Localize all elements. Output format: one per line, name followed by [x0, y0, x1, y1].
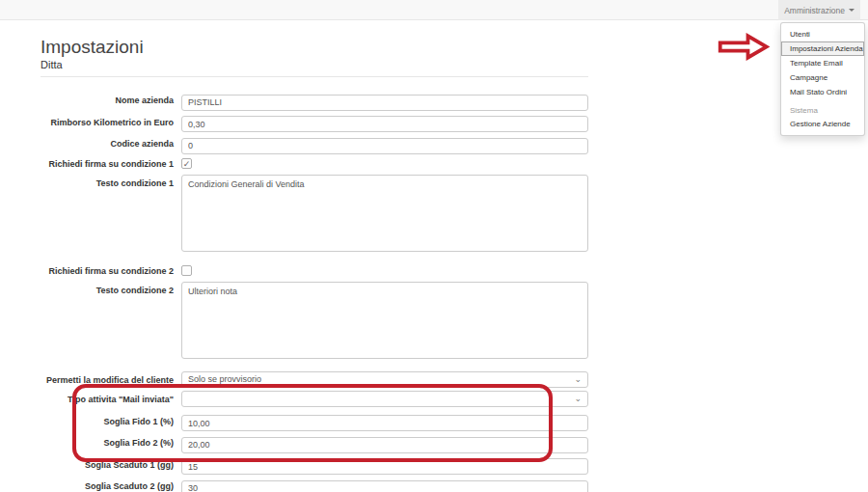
- admin-dropdown-button[interactable]: Amministrazione: [778, 0, 860, 20]
- soglia-fido-1-input[interactable]: [181, 415, 588, 431]
- menu-item-gestione-aziende[interactable]: Gestione Aziende: [781, 117, 864, 131]
- form-row-testo-condizione-2: Testo condizione 2: [41, 282, 588, 363]
- menu-item-template-email[interactable]: Template Email: [781, 56, 864, 70]
- divider: [41, 76, 588, 77]
- field-control: ✓: [181, 157, 588, 169]
- field-control: [181, 413, 588, 432]
- soglia-scaduto-2-gg-input[interactable]: [181, 480, 588, 492]
- form-row-rimborso-kilometrico-in-euro: Rimborso Kilometrico in Euro: [41, 114, 588, 133]
- field-control: [181, 175, 588, 256]
- red-arrow-icon: [718, 33, 770, 61]
- field-control: Solo se provvisorio⌄: [181, 371, 588, 388]
- form-row-soglia-scaduto-2-gg: Soglia Scaduto 2 (gg): [41, 478, 588, 492]
- form-row-tipo-attivita-mail-inviata: Tipo attivita "Mail inviata"⌄: [41, 391, 588, 407]
- field-label: Permetti la modifica del cliente: [41, 371, 181, 385]
- field-label: Richiedi firma su condizione 2: [41, 264, 181, 276]
- main-content: Impostazioni Ditta Nome aziendaRimborso …: [41, 20, 588, 492]
- admin-dropdown-label: Amministrazione: [784, 6, 845, 15]
- menu-header-sistema: Sistema: [781, 103, 864, 117]
- form-row-codice-azienda: Codice azienda: [41, 135, 588, 154]
- permetti-la-modifica-del-cliente-select[interactable]: Solo se provvisorio: [181, 371, 588, 388]
- testo-condizione-2-textarea[interactable]: [181, 282, 588, 359]
- field-label: Richiedi firma su condizione 1: [41, 157, 181, 169]
- form-row-richiedi-firma-su-condizione-2: Richiedi firma su condizione 2: [41, 264, 588, 279]
- field-control: [181, 92, 588, 111]
- form-row-nome-azienda: Nome azienda: [41, 92, 588, 111]
- rimborso-kilometrico-in-euro-input[interactable]: [181, 116, 588, 132]
- field-control: [181, 264, 588, 276]
- field-control: [181, 478, 588, 492]
- select-wrapper: ⌄: [181, 391, 588, 407]
- field-label: Rimborso Kilometrico in Euro: [41, 114, 181, 127]
- form-row-testo-condizione-1: Testo condizione 1: [41, 175, 588, 256]
- field-label: Testo condizione 2: [41, 282, 181, 295]
- form-row-soglia-fido-1: Soglia Fido 1 (%): [41, 413, 588, 432]
- field-label: Testo condizione 1: [41, 175, 181, 188]
- richiedi-firma-su-condizione-1-checkbox[interactable]: ✓: [181, 158, 192, 169]
- field-label: Soglia Scaduto 2 (gg): [41, 478, 181, 491]
- top-navbar: Amministrazione: [0, 0, 868, 20]
- form-row-soglia-fido-2: Soglia Fido 2 (%): [41, 434, 588, 453]
- field-label: Tipo attivita "Mail inviata": [41, 391, 181, 404]
- testo-condizione-1-textarea[interactable]: [181, 175, 588, 252]
- field-label: Codice azienda: [41, 135, 181, 149]
- admin-dropdown-menu: UtentiImpostazioni AziendaTemplate Email…: [780, 22, 865, 136]
- field-control: [181, 282, 588, 363]
- soglia-scaduto-1-gg-input[interactable]: [181, 458, 588, 475]
- form-row-permetti-la-modifica-del-cliente: Permetti la modifica del clienteSolo se …: [41, 371, 588, 388]
- field-control: [181, 114, 588, 133]
- nome-azienda-input[interactable]: [181, 95, 588, 111]
- select-wrapper: Solo se provvisorio⌄: [181, 371, 588, 388]
- menu-item-utenti[interactable]: Utenti: [781, 27, 864, 41]
- menu-item-impostazioni-azienda[interactable]: Impostazioni Azienda: [781, 41, 864, 56]
- field-label: Nome azienda: [41, 92, 181, 105]
- field-label: Soglia Fido 1 (%): [41, 413, 181, 426]
- field-control: [181, 456, 588, 476]
- field-label: Soglia Scaduto 1 (gg): [41, 456, 181, 470]
- field-control: [181, 135, 588, 154]
- settings-page: Amministrazione UtentiImpostazioni Azien…: [0, 0, 868, 492]
- company-settings-form: Nome aziendaRimborso Kilometrico in Euro…: [41, 92, 588, 492]
- richiedi-firma-su-condizione-2-checkbox[interactable]: [181, 265, 192, 276]
- codice-azienda-input[interactable]: [181, 138, 588, 154]
- page-subtitle: Ditta: [41, 58, 588, 71]
- form-row-richiedi-firma-su-condizione-1: Richiedi firma su condizione 1✓: [41, 157, 588, 172]
- field-label: Soglia Fido 2 (%): [41, 434, 181, 448]
- menu-item-mail-stato-ordini[interactable]: Mail Stato Ordini: [781, 85, 864, 99]
- soglia-fido-2-input[interactable]: [181, 437, 588, 453]
- field-control: ⌄: [181, 391, 588, 407]
- field-control: [181, 434, 588, 453]
- menu-item-campagne[interactable]: Campagne: [781, 70, 864, 85]
- page-title: Impostazioni: [41, 37, 588, 58]
- caret-down-icon: [849, 9, 854, 12]
- form-row-soglia-scaduto-1-gg: Soglia Scaduto 1 (gg): [41, 456, 588, 476]
- tipo-attivita-mail-inviata-select[interactable]: [181, 391, 588, 407]
